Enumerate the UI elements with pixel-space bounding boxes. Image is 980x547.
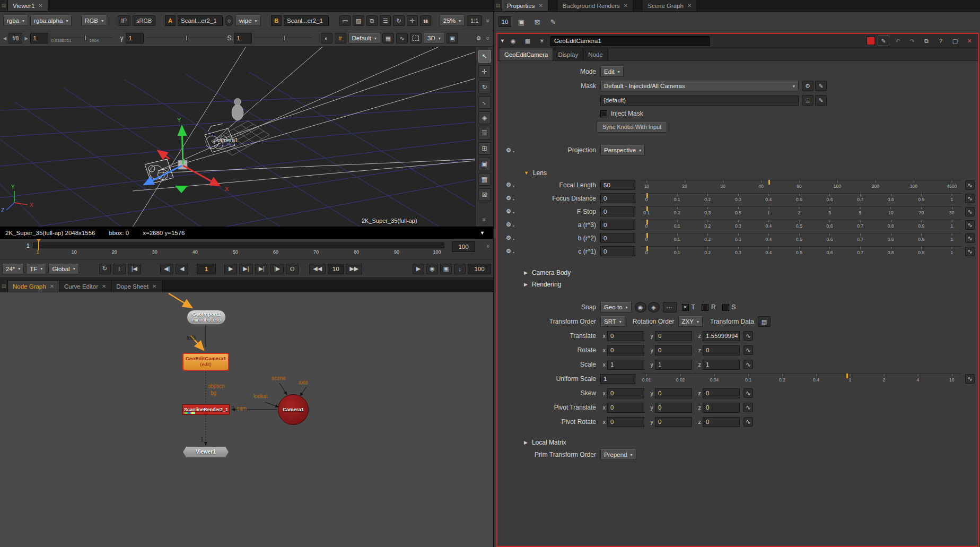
- parameter-value-field[interactable]: 50: [600, 180, 635, 190]
- curve-editor-button[interactable]: ∿: [743, 345, 753, 355]
- tab-scene-graph[interactable]: Scene Graph ✕: [643, 0, 697, 11]
- y-value-field[interactable]: 0: [655, 403, 692, 413]
- z-value-field[interactable]: 0: [703, 388, 740, 398]
- layout-grid-icon[interactable]: ⊞: [478, 142, 491, 155]
- curve-overlay-icon[interactable]: ∿: [396, 33, 408, 44]
- snap-t-checkbox[interactable]: ✕: [682, 304, 689, 311]
- input-process-toggle[interactable]: IP: [118, 15, 130, 26]
- capture-icon[interactable]: ◉: [426, 264, 438, 274]
- curve-editor-button[interactable]: ∿: [743, 403, 753, 412]
- tab-node[interactable]: Node: [583, 48, 608, 60]
- node-box-icon[interactable]: ▦: [522, 36, 533, 46]
- frame-increment-field[interactable]: 10: [328, 264, 344, 274]
- proxy-ratio-button[interactable]: 1:1: [467, 15, 482, 26]
- parameter-value-field[interactable]: 0: [600, 193, 635, 203]
- node-color-swatch[interactable]: [867, 37, 875, 45]
- x-value-field[interactable]: 0: [607, 403, 644, 413]
- animation-menu-icon[interactable]: ⚙: [502, 221, 515, 228]
- parameter-value-field[interactable]: 0: [600, 206, 635, 216]
- x-value-field[interactable]: 0: [607, 388, 644, 398]
- set-in-button[interactable]: I: [113, 264, 126, 274]
- stack-mode-icon[interactable]: ⧉: [366, 15, 378, 26]
- snap-tool-icon[interactable]: ◈: [478, 111, 491, 124]
- close-icon[interactable]: ✕: [50, 283, 54, 289]
- parameter-slider[interactable]: 0.10.20.30.51235102030: [640, 206, 961, 217]
- z-value-field[interactable]: 0: [703, 417, 740, 427]
- copy-panel-icon[interactable]: ⧉: [921, 36, 932, 46]
- viewer-settings-icon[interactable]: ⚙: [472, 33, 484, 44]
- fstop-next-icon[interactable]: ▶: [24, 36, 28, 41]
- x-value-field[interactable]: 0: [607, 345, 644, 355]
- inject-mask-checkbox[interactable]: [600, 110, 607, 117]
- last-frame-field[interactable]: 100: [468, 264, 491, 274]
- input-a-label[interactable]: A: [165, 15, 176, 26]
- max-panels-field[interactable]: 10: [498, 16, 511, 27]
- animation-menu-icon[interactable]: ⚙: [502, 181, 515, 188]
- snap-face-icon[interactable]: ◈: [648, 302, 660, 312]
- y-value-field[interactable]: 0: [655, 345, 692, 355]
- lens-section-header[interactable]: ▼ Lens: [524, 167, 975, 179]
- 3d-viewport[interactable]: Y X Y X Z camera1 2K_Super_35(full-ap) ↖…: [0, 47, 493, 227]
- curve-editor-button[interactable]: ∿: [965, 220, 975, 230]
- curve-editor-button[interactable]: ∿: [965, 233, 975, 243]
- input-a-field[interactable]: Scanl...er2_1: [178, 15, 223, 26]
- pause-icon[interactable]: ▮▮: [420, 15, 431, 26]
- cursor-tool-icon[interactable]: ↖: [478, 50, 491, 63]
- tool-overflow-icon[interactable]: »: [481, 218, 488, 222]
- timeline-track[interactable]: [33, 242, 444, 248]
- parameter-value-field[interactable]: 0: [600, 246, 635, 256]
- go-to-start-button[interactable]: |◀: [128, 264, 141, 274]
- node-graph-canvas[interactable]: GeoImport1 minirobot.usd axis GeoEditCam…: [0, 292, 493, 547]
- gain-slider[interactable]: 0.0186251 1064: [50, 33, 113, 44]
- slider-handle[interactable]: [768, 180, 770, 185]
- mask-expression-field[interactable]: {default}: [600, 95, 799, 106]
- slider-handle[interactable]: [646, 193, 648, 198]
- tab-node-graph[interactable]: Node Graph ✕: [8, 281, 59, 292]
- toolbar-overflow-icon[interactable]: »: [485, 19, 492, 23]
- layout-tiles-icon[interactable]: ▦: [478, 173, 491, 186]
- transform-data-button[interactable]: ▤: [758, 316, 771, 327]
- timeline-mode-dropdown[interactable]: TF▾: [26, 264, 46, 274]
- saturation-field[interactable]: 1: [234, 33, 252, 44]
- fstop-button[interactable]: f/8: [8, 33, 22, 44]
- panel-grip-icon[interactable]: ▤: [0, 280, 8, 292]
- slider-handle[interactable]: [646, 233, 648, 238]
- camera-body-section-header[interactable]: ▶ Camera Body: [524, 267, 975, 279]
- collapse-panel-icon[interactable]: ▼: [500, 38, 505, 44]
- fps-dropdown[interactable]: 24*▾: [2, 264, 24, 274]
- timeline-overflow-icon[interactable]: »: [485, 245, 492, 248]
- step-back-button[interactable]: ◀: [176, 264, 188, 274]
- curve-editor-button[interactable]: ∿: [743, 360, 753, 369]
- mask-settings-icon[interactable]: ⚙: [802, 81, 813, 91]
- tab-display[interactable]: Display: [553, 48, 583, 60]
- edit-panels-icon[interactable]: ✎: [547, 16, 559, 27]
- animation-menu-icon[interactable]: ⚙: [502, 248, 515, 255]
- sync-knobs-button[interactable]: Sync Knobs With Input: [597, 121, 667, 133]
- roi-icon[interactable]: [410, 33, 422, 44]
- update-ui-icon[interactable]: ✛: [407, 15, 418, 26]
- transform-order-dropdown[interactable]: SRT▾: [600, 316, 625, 327]
- animation-menu-icon[interactable]: ⚙: [502, 147, 515, 154]
- curve-editor-button[interactable]: ∿: [965, 247, 975, 256]
- node-center-icon[interactable]: ◉: [508, 36, 519, 46]
- info-dropdown-icon[interactable]: ▼: [477, 229, 488, 237]
- uniform-scale-slider[interactable]: 0.010.020.040.10.20.412410: [640, 374, 961, 384]
- close-icon[interactable]: ✕: [152, 283, 156, 289]
- layout-rows-icon[interactable]: ☰: [478, 127, 491, 140]
- lightbulb-icon[interactable]: ☀: [536, 36, 548, 46]
- gain-field[interactable]: 1: [30, 33, 48, 44]
- local-matrix-section-header[interactable]: ▶ Local Matrix: [524, 437, 975, 448]
- jump-forward-button[interactable]: ▶▶: [346, 264, 362, 274]
- wipe-pattern-icon[interactable]: ▨: [353, 15, 364, 26]
- refresh-icon[interactable]: ↻: [393, 15, 404, 26]
- input-b-label[interactable]: B: [271, 15, 282, 26]
- mode-dropdown[interactable]: Edit▾: [600, 66, 624, 77]
- slider-handle[interactable]: [646, 246, 648, 251]
- slider-handle[interactable]: [646, 220, 648, 224]
- mask-list-icon[interactable]: ≣: [802, 95, 813, 106]
- rotation-order-dropdown[interactable]: ZXY▾: [678, 316, 703, 327]
- view-mode-dropdown[interactable]: 3D▾: [424, 33, 444, 44]
- grid-overlay-icon[interactable]: #: [335, 33, 346, 44]
- set-out-button[interactable]: O: [286, 264, 299, 274]
- toolbar-overflow-icon[interactable]: »: [485, 37, 492, 40]
